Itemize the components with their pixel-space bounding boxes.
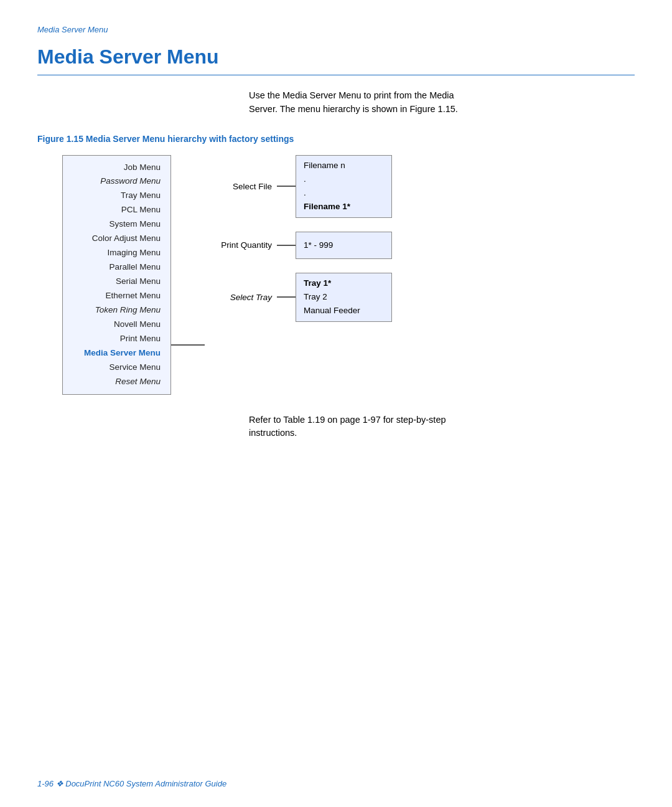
right-box-print-quantity: 1* - 999 <box>296 232 392 259</box>
menu-item-token: Token Ring Menu <box>95 303 161 318</box>
menu-item-password: Password Menu <box>100 174 161 189</box>
manual-feeder: Manual Feeder <box>304 304 384 318</box>
title-divider <box>37 75 635 75</box>
left-menu-box: Job Menu Password Menu Tray Menu PCL Men… <box>62 155 171 395</box>
menu-item-job: Job Menu <box>124 161 161 175</box>
tray2: Tray 2 <box>304 290 384 304</box>
menu-item-service: Service Menu <box>109 361 161 375</box>
menu-item-ethernet: Ethernet Menu <box>105 289 161 303</box>
menu-item-pcl: PCL Menu <box>121 203 161 217</box>
filename-n: Filename n <box>304 159 384 172</box>
right-box-select-file: Filename n . . Filename 1* <box>296 155 392 218</box>
menu-item-reset: Reset Menu <box>115 375 161 389</box>
menu-item-print: Print Menu <box>120 332 161 346</box>
right-box-select-tray: Tray 1* Tray 2 Manual Feeder <box>296 273 392 322</box>
menu-item-parallel: Parallel Menu <box>109 260 161 275</box>
page-title: Media Server Menu <box>37 45 635 68</box>
menu-item-novell: Novell Menu <box>114 318 161 332</box>
filename-1: Filename 1* <box>304 200 384 214</box>
diagram: Job Menu Password Menu Tray Menu PCL Men… <box>62 155 635 395</box>
select-file-connector <box>277 186 296 187</box>
breadcrumb: Media Server Menu <box>37 25 635 34</box>
dot1: . <box>304 172 384 186</box>
intro-text: Use the Media Server Menu to print from … <box>249 89 479 116</box>
mid-label-print-quantity: Print Quantity <box>205 240 277 250</box>
refer-text: Refer to Table 1.19 on page 1-97 for ste… <box>249 413 485 441</box>
mid-row-select-tray: Select Tray Tray 1* Tray 2 Manual Feeder <box>205 273 392 322</box>
dot2: . <box>304 186 384 200</box>
spacer1 <box>205 218 392 232</box>
mid-label-select-file: Select File <box>205 182 277 191</box>
mid-label-select-tray: Select Tray <box>205 293 277 302</box>
print-quantity-connector <box>277 245 296 246</box>
mid-column: Select File Filename n . . Filename 1* P… <box>205 155 392 322</box>
select-tray-connector <box>277 296 296 298</box>
menu-item-color: Color Adjust Menu <box>92 232 161 246</box>
tray1: Tray 1* <box>304 276 384 290</box>
mid-row-select-file: Select File Filename n . . Filename 1* <box>205 155 392 218</box>
menu-item-media: Media Server Menu <box>84 346 161 361</box>
footer: 1-96 ❖ DocuPrint NC60 System Administrat… <box>37 779 226 788</box>
quantity-value: 1* - 999 <box>304 238 384 252</box>
figure-caption: Figure 1.15 Media Server Menu hierarchy … <box>37 134 635 144</box>
left-to-mid-connector <box>171 155 205 379</box>
mid-row-print-quantity: Print Quantity 1* - 999 <box>205 232 392 259</box>
menu-item-tray: Tray Menu <box>121 189 161 203</box>
menu-item-imaging: Imaging Menu <box>107 246 161 260</box>
menu-item-system: System Menu <box>109 217 161 232</box>
spacer2 <box>205 259 392 273</box>
menu-item-serial: Serial Menu <box>116 275 161 289</box>
